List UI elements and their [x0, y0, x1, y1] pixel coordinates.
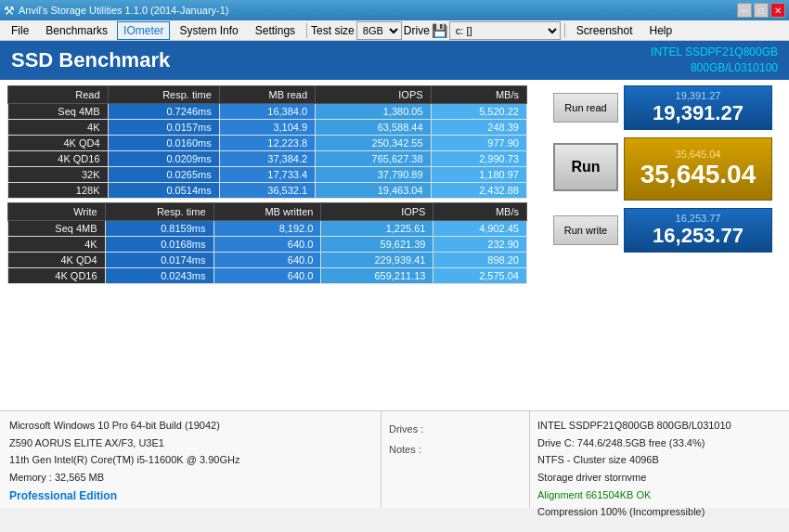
read-cell-2: 17,733.4 — [219, 167, 315, 183]
write-cell-0: 4K — [8, 237, 106, 253]
menu-separator-1 — [306, 23, 307, 38]
read-cell-2: 16,384.0 — [219, 104, 315, 120]
drive-model-detail: INTEL SSDPF21Q800GB 800GB/L031010 — [537, 417, 782, 435]
drive-icon: 💾 — [432, 23, 447, 38]
main-area: Read Resp. time MB read IOPS MB/s Seq 4M… — [0, 80, 789, 410]
menu-separator-2 — [564, 23, 565, 38]
run-write-block: Run write 16,253.77 16,253.77 — [553, 208, 783, 253]
write-cell-0: Seq 4MB — [8, 221, 106, 237]
read-score-big: 19,391.27 — [653, 101, 744, 125]
write-score-small: 16,253.77 — [676, 213, 721, 224]
close-button[interactable]: ✕ — [770, 3, 785, 18]
drive-select[interactable]: c: [] — [449, 21, 561, 40]
title-bar-left: ⚒ Anvil's Storage Utilities 1.1.0 (2014-… — [4, 4, 228, 18]
run-read-block: Run read 19,391.27 19,391.27 — [553, 85, 783, 130]
read-cell-4: 2,990.73 — [431, 151, 526, 167]
write-cell-2: 640.0 — [213, 237, 321, 253]
bottom-bar: Microsoft Windows 10 Pro 64-bit Build (1… — [0, 410, 789, 508]
bench-table: Read Resp. time MB read IOPS MB/s Seq 4M… — [0, 80, 548, 410]
edition-label: Professional Edition — [9, 487, 371, 505]
write-row: 4K0.0168ms640.059,621.39232.90 — [8, 237, 527, 253]
read-cell-1: 0.7246ms — [108, 104, 219, 120]
sys-info: Microsoft Windows 10 Pro 64-bit Build (1… — [0, 411, 381, 508]
write-row: 4K QD40.0174ms640.0229,939.41898.20 — [8, 253, 527, 268]
menu-systeminfo[interactable]: System Info — [172, 21, 245, 40]
read-col-resp: Resp. time — [108, 86, 219, 104]
app-icon: ⚒ — [4, 4, 15, 18]
ssd-banner: SSD Benchmark INTEL SSDPF21Q800GB 800GB/… — [0, 41, 789, 80]
read-cell-1: 0.0265ms — [108, 167, 219, 183]
write-col-resp: Resp. time — [105, 203, 213, 221]
read-cell-4: 977.90 — [431, 136, 526, 151]
title-bar: ⚒ Anvil's Storage Utilities 1.1.0 (2014-… — [0, 0, 789, 20]
read-cell-1: 0.0209ms — [108, 151, 219, 167]
read-cell-1: 0.0160ms — [108, 136, 219, 151]
menu-screenshot[interactable]: Screenshot — [569, 21, 640, 40]
read-cell-4: 1,180.97 — [431, 167, 526, 183]
read-row: 4K QD40.0160ms12,223.8250,342.55977.90 — [8, 136, 527, 151]
read-cell-2: 12,223.8 — [219, 136, 315, 151]
read-col-label: Read — [8, 86, 109, 104]
drive-info: INTEL SSDPF21Q800GB 800GB/L0310100 — [651, 45, 778, 76]
drive-detail: 800GB/L0310100 — [651, 60, 778, 76]
read-row: 4K QD160.0209ms37,384.2765,627.382,990.7… — [8, 151, 527, 167]
notes-label: Notes : — [389, 439, 522, 460]
write-score-display: 16,253.77 16,253.77 — [624, 208, 772, 253]
menu-iometer[interactable]: IOmeter — [117, 21, 170, 40]
run-write-button[interactable]: Run write — [553, 215, 618, 245]
read-row: 128K0.0514ms36,532.119,463.042,432.88 — [8, 183, 527, 199]
read-col-mb: MB read — [219, 86, 315, 104]
read-table: Read Resp. time MB read IOPS MB/s Seq 4M… — [7, 85, 527, 199]
title-bar-controls: ─ □ ✕ — [737, 3, 785, 18]
write-score-big: 16,253.77 — [653, 224, 744, 248]
drive-model: INTEL SSDPF21Q800GB — [651, 45, 778, 60]
write-cell-4: 232.90 — [433, 237, 527, 253]
write-cell-4: 898.20 — [433, 253, 527, 268]
read-cell-0: 4K QD4 — [8, 136, 109, 151]
write-table: Write Resp. time MB written IOPS MB/s Se… — [7, 202, 527, 284]
write-cell-2: 8,192.0 — [213, 221, 321, 237]
read-cell-0: 4K — [8, 120, 109, 136]
testsize-select[interactable]: 8GB — [356, 21, 402, 40]
write-cell-3: 59,621.39 — [321, 237, 433, 253]
drive-details: INTEL SSDPF21Q800GB 800GB/L031010 Drive … — [529, 411, 789, 508]
total-score-big: 35,645.04 — [640, 160, 757, 189]
run-button[interactable]: Run — [553, 143, 618, 191]
maximize-button[interactable]: □ — [754, 3, 769, 18]
write-cell-3: 1,225.61 — [321, 221, 433, 237]
read-cell-3: 250,342.55 — [316, 136, 432, 151]
write-cell-1: 0.0243ms — [105, 268, 213, 284]
read-score-display: 19,391.27 19,391.27 — [624, 85, 772, 130]
write-cell-2: 640.0 — [213, 268, 321, 284]
menu-benchmarks[interactable]: Benchmarks — [38, 21, 115, 40]
total-score-small: 35,645.04 — [676, 149, 721, 160]
write-col-label: Write — [8, 203, 106, 221]
read-cell-3: 765,627.38 — [316, 151, 432, 167]
read-cell-3: 1,380.05 — [316, 104, 432, 120]
write-col-mb: MB written — [213, 203, 321, 221]
write-cell-3: 659,211.13 — [321, 268, 433, 284]
ssd-title: SSD Benchmark — [11, 48, 170, 72]
read-cell-1: 0.0514ms — [108, 183, 219, 199]
menu-help[interactable]: Help — [642, 21, 680, 40]
write-row: 4K QD160.0243ms640.0659,211.132,575.04 — [8, 268, 527, 284]
read-row: 32K0.0265ms17,733.437,790.891,180.97 — [8, 167, 527, 183]
write-col-mbs: MB/s — [433, 203, 527, 221]
minimize-button[interactable]: ─ — [737, 3, 752, 18]
read-cell-2: 3,104.9 — [219, 120, 315, 136]
run-read-button[interactable]: Run read — [553, 93, 618, 123]
drive-label: Drive — [404, 24, 430, 37]
drives-notes: Drives : Notes : — [381, 411, 529, 508]
read-cell-0: Seq 4MB — [8, 104, 109, 120]
menu-settings[interactable]: Settings — [248, 21, 303, 40]
read-cell-2: 37,384.2 — [219, 151, 315, 167]
drive-capacity: Drive C: 744.6/248.5GB free (33.4%) — [537, 435, 782, 452]
total-score-display: 35,645.04 35,645.04 — [624, 137, 772, 201]
write-cell-4: 2,575.04 — [433, 268, 527, 284]
write-row: Seq 4MB0.8159ms8,192.01,225.614,902.45 — [8, 221, 527, 237]
menu-file[interactable]: File — [4, 21, 36, 40]
read-cell-1: 0.0157ms — [108, 120, 219, 136]
drive-fs: NTFS - Cluster size 4096B — [537, 451, 782, 469]
os-info: Microsoft Windows 10 Pro 64-bit Build (1… — [9, 417, 371, 435]
read-col-mbs: MB/s — [431, 86, 526, 104]
